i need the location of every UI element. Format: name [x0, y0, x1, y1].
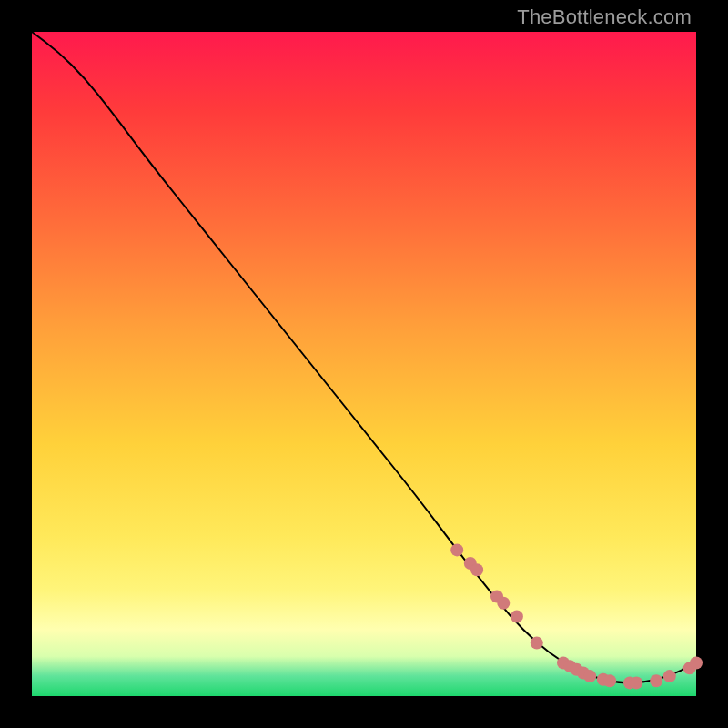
watermark-text: TheBottleneck.com	[517, 5, 692, 29]
marker-dot	[497, 597, 510, 610]
chart-stage: TheBottleneck.com	[0, 0, 728, 728]
marker-dot	[583, 670, 596, 682]
marker-dot	[531, 637, 543, 650]
curve-svg	[32, 32, 696, 696]
marker-dot	[603, 674, 616, 687]
marker-dot	[511, 610, 523, 622]
marker-dot	[663, 670, 676, 682]
marker-dot	[650, 674, 662, 687]
marker-dot	[470, 563, 483, 576]
marker-dot	[690, 657, 703, 670]
bottleneck-curve-line	[32, 32, 696, 682]
plot-area	[32, 32, 696, 696]
marker-dot	[450, 543, 463, 556]
marker-dot	[630, 676, 642, 689]
marker-group	[450, 543, 703, 689]
